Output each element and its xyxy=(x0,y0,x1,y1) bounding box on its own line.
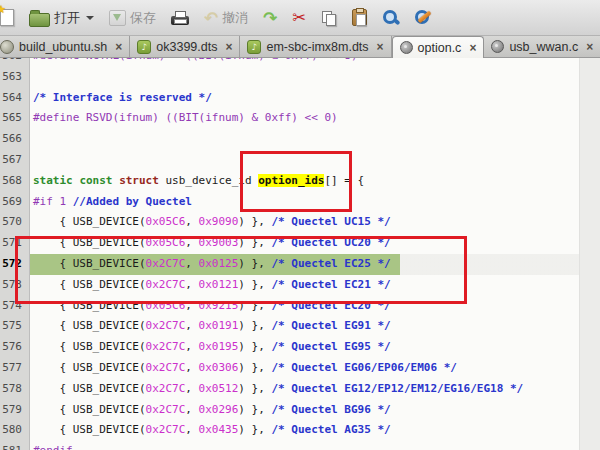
search-button[interactable] xyxy=(379,7,402,28)
line-number: 571 xyxy=(0,233,30,254)
paste-icon xyxy=(352,9,367,26)
tab-option-c[interactable]: option.c× xyxy=(392,36,485,58)
line-text: { USB_DEVICE(0x05C6, 0x9215) }, /* Quect… xyxy=(30,296,600,317)
vertical-scrollbar[interactable] xyxy=(579,58,600,450)
line-text: #define RSVD(ifnum) ((BIT(ifnum) & 0xff)… xyxy=(30,108,600,129)
code-line-573[interactable]: 573 { USB_DEVICE(0x2C7C, 0x0121) }, /* Q… xyxy=(0,275,600,296)
line-text: { USB_DEVICE(0x05C6, 0x9003) }, /* Quect… xyxy=(30,233,600,254)
tab-ok3399-dts[interactable]: ♪ok3399.dts× xyxy=(130,36,240,57)
new-file-icon xyxy=(0,9,14,26)
code-line-581[interactable]: 581#endif xyxy=(0,441,600,450)
dts-file-icon: ♪ xyxy=(137,40,151,54)
code-line-576[interactable]: 576 { USB_DEVICE(0x2C7C, 0x0195) }, /* Q… xyxy=(0,337,600,358)
editor-window: 打开保存↶撤消↷✂ build_ubuntu.sh×♪ok3399.dts×♪e… xyxy=(0,0,600,450)
line-text xyxy=(30,150,600,171)
code-line-570[interactable]: 570 { USB_DEVICE(0x05C6, 0x9090) }, /* Q… xyxy=(0,212,600,233)
code-line-572[interactable]: 572 { USB_DEVICE(0x2C7C, 0x0125) }, /* Q… xyxy=(0,254,600,275)
dts-file-icon: ♪ xyxy=(247,40,261,54)
copy-icon xyxy=(321,10,337,26)
tab-close-icon[interactable]: × xyxy=(377,41,384,53)
tab-close-icon[interactable]: × xyxy=(586,41,593,53)
line-number: 580 xyxy=(0,420,30,441)
code-line-579[interactable]: 579 { USB_DEVICE(0x2C7C, 0x0296) }, /* Q… xyxy=(0,400,600,421)
tab-close-icon[interactable]: × xyxy=(225,41,232,53)
code-line-568[interactable]: 568static const struct usb_device_id opt… xyxy=(0,171,600,192)
line-text: { USB_DEVICE(0x2C7C, 0x0435) }, /* Quect… xyxy=(30,420,600,441)
code-line-565[interactable]: 565#define RSVD(ifnum) ((BIT(ifnum) & 0x… xyxy=(0,108,600,129)
dropdown-caret-icon[interactable] xyxy=(86,16,94,20)
code-line-569[interactable]: 569#if 1 //Added by Quectel xyxy=(0,192,600,213)
print-button[interactable] xyxy=(168,8,192,27)
code-line-577[interactable]: 577 { USB_DEVICE(0x2C7C, 0x0306) }, /* Q… xyxy=(0,358,600,379)
line-number: 564 xyxy=(0,88,30,109)
cut-button[interactable]: ✂ xyxy=(290,8,309,28)
line-number: 573 xyxy=(0,275,30,296)
new-file-button[interactable] xyxy=(0,7,17,28)
highlighted-symbol: option_ids xyxy=(258,174,324,187)
line-number: 575 xyxy=(0,316,30,337)
line-number: 570 xyxy=(0,212,30,233)
line-number: 562 xyxy=(0,58,30,67)
code-line-567[interactable]: 567 xyxy=(0,150,600,171)
line-text: { USB_DEVICE(0x2C7C, 0x0125) }, /* Quect… xyxy=(30,254,600,275)
save-icon xyxy=(109,10,126,26)
toolbar: 打开保存↶撤消↷✂ xyxy=(0,0,600,36)
paste-button[interactable] xyxy=(349,7,370,28)
line-text: { USB_DEVICE(0x2C7C, 0x0296) }, /* Quect… xyxy=(30,400,600,421)
code-line-562[interactable]: 562#define NCTRL(ifnum) ((BIT(ifnum) & 0… xyxy=(0,58,600,67)
line-number: 568 xyxy=(0,171,30,192)
tab-usb-wwan-c[interactable]: usb_wwan.c× xyxy=(484,36,600,57)
line-text: #if 1 //Added by Quectel xyxy=(30,192,600,213)
line-number: 563 xyxy=(0,67,30,88)
line-number: 576 xyxy=(0,337,30,358)
undo-button: ↶撤消 xyxy=(201,7,251,29)
print-icon xyxy=(171,16,189,25)
line-number: 567 xyxy=(0,150,30,171)
line-number: 578 xyxy=(0,379,30,400)
tab-label: option.c xyxy=(418,41,462,55)
code-line-564[interactable]: 564/* Interface is reserved */ xyxy=(0,88,600,109)
tab-bar: build_ubuntu.sh×♪ok3399.dts×♪em-sbc-imx8… xyxy=(0,36,600,58)
tab-em-sbc-imx8m-dts[interactable]: ♪em-sbc-imx8m.dts× xyxy=(240,36,391,57)
code-line-574[interactable]: 574 { USB_DEVICE(0x05C6, 0x9215) }, /* Q… xyxy=(0,296,600,317)
open-label: 打开 xyxy=(54,9,80,27)
code-line-563[interactable]: 563 xyxy=(0,67,600,88)
cut-icon: ✂ xyxy=(293,10,306,26)
line-text xyxy=(30,129,600,150)
tab-label: em-sbc-imx8m.dts xyxy=(266,40,368,54)
tab-label: ok3399.dts xyxy=(156,40,217,54)
tab-close-icon[interactable]: × xyxy=(469,42,476,54)
redo-button[interactable]: ↷ xyxy=(260,8,280,28)
tab-close-icon[interactable]: × xyxy=(115,41,122,53)
redo-icon: ↷ xyxy=(263,10,277,26)
save-button: 保存 xyxy=(106,7,159,29)
undo-icon: ↶ xyxy=(204,10,218,26)
line-number: 581 xyxy=(0,441,30,450)
open-folder-icon xyxy=(29,13,50,27)
c-file-icon xyxy=(491,40,504,53)
line-number: 579 xyxy=(0,400,30,421)
copy-button[interactable] xyxy=(318,8,340,28)
line-number: 566 xyxy=(0,129,30,150)
search-icon xyxy=(382,9,399,26)
line-text: { USB_DEVICE(0x2C7C, 0x0195) }, /* Quect… xyxy=(30,337,600,358)
code-editor[interactable]: 562#define NCTRL(ifnum) ((BIT(ifnum) & 0… xyxy=(0,58,600,450)
tab-build-ubuntu-sh[interactable]: build_ubuntu.sh× xyxy=(0,36,130,57)
line-number: 572 xyxy=(0,254,30,275)
line-text: { USB_DEVICE(0x2C7C, 0x0512) }, /* Quect… xyxy=(30,379,600,400)
line-text xyxy=(30,67,600,88)
tab-label: build_ubuntu.sh xyxy=(19,40,107,54)
replace-icon xyxy=(414,9,431,26)
code-line-575[interactable]: 575 { USB_DEVICE(0x2C7C, 0x0191) }, /* Q… xyxy=(0,316,600,337)
replace-button[interactable] xyxy=(411,7,434,28)
open-button[interactable]: 打开 xyxy=(26,7,97,29)
code-line-566[interactable]: 566 xyxy=(0,129,600,150)
line-text: static const struct usb_device_id option… xyxy=(30,171,600,192)
code-line-580[interactable]: 580 { USB_DEVICE(0x2C7C, 0x0435) }, /* Q… xyxy=(0,420,600,441)
line-text: { USB_DEVICE(0x2C7C, 0x0306) }, /* Quect… xyxy=(30,358,600,379)
code-line-571[interactable]: 571 { USB_DEVICE(0x05C6, 0x9003) }, /* Q… xyxy=(0,233,600,254)
line-text: /* Interface is reserved */ xyxy=(30,88,600,109)
code-line-578[interactable]: 578 { USB_DEVICE(0x2C7C, 0x0512) }, /* Q… xyxy=(0,379,600,400)
code-lines: 562#define NCTRL(ifnum) ((BIT(ifnum) & 0… xyxy=(0,58,600,450)
line-number: 577 xyxy=(0,358,30,379)
